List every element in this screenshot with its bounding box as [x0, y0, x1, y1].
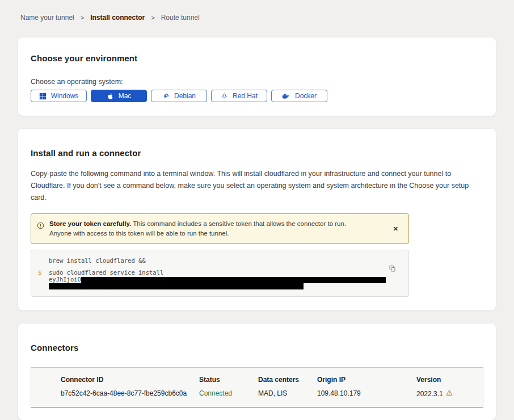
terminal-line-2: sudo cloudflared service install — [49, 268, 402, 276]
token-warning-title: Store your token carefully. — [49, 220, 131, 227]
os-button-redhat[interactable]: Red Hat — [211, 90, 267, 102]
breadcrumb: Name your tunnel > Install connector > R… — [0, 0, 514, 22]
cell-origin-ip: 109.48.10.179 — [317, 389, 416, 398]
alert-circle-icon — [37, 221, 44, 232]
banner-close-icon[interactable]: ✕ — [390, 224, 402, 234]
prompt-spacer — [38, 257, 49, 264]
breadcrumb-separator: > — [151, 14, 154, 21]
os-button-windows[interactable]: Windows — [31, 90, 87, 102]
header-data-centers: Data centers — [258, 376, 317, 384]
header-status: Status — [199, 376, 258, 384]
windows-logo-icon — [39, 93, 47, 100]
header-origin-ip: Origin IP — [317, 376, 416, 384]
os-button-group: Windows Mac Debian Red Hat — [31, 90, 483, 102]
install-connector-description: Copy-paste the following command into a … — [31, 168, 482, 204]
connectors-table-header: Connector ID Status Data centers Origin … — [61, 376, 477, 384]
cell-connector-id: b7c52c42-6caa-48ee-8c77-fbe259cb6c0a — [61, 389, 199, 398]
connectors-title: Connectors — [31, 343, 483, 352]
connectors-table: Connector ID Status Data centers Origin … — [31, 367, 483, 408]
breadcrumb-step-install-connector[interactable]: Install connector — [90, 14, 145, 22]
breadcrumb-step-name-tunnel[interactable]: Name your tunnel — [20, 14, 74, 22]
terminal-prompt: $ — [38, 268, 49, 289]
os-button-label: Red Hat — [233, 92, 258, 100]
connectors-card: Connectors Connector ID Status Data cent… — [18, 324, 496, 420]
os-button-debian[interactable]: Debian — [151, 90, 207, 102]
environment-card: Choose your environment Choose an operat… — [18, 37, 496, 116]
os-button-label: Debian — [174, 92, 196, 100]
version-value: 2022.3.1 — [416, 390, 443, 398]
os-select-label: Choose an operating system: — [31, 78, 483, 86]
os-button-label: Docker — [295, 92, 317, 100]
token-warning-banner: Store your token carefully. This command… — [31, 213, 409, 244]
header-connector-id: Connector ID — [61, 376, 199, 384]
install-connector-card: Install and run a connector Copy-paste t… — [18, 129, 496, 310]
token-warning-text: Store your token carefully. This command… — [49, 219, 367, 238]
header-version: Version — [416, 376, 477, 384]
connector-table-row: b7c52c42-6caa-48ee-8c77-fbe259cb6c0a Con… — [61, 389, 477, 398]
breadcrumb-step-route-tunnel[interactable]: Route tunnel — [161, 14, 200, 22]
environment-card-title: Choose your environment — [31, 53, 483, 63]
os-button-docker[interactable]: Docker — [271, 90, 327, 102]
os-button-label: Mac — [119, 92, 132, 100]
install-connector-title: Install and run a connector — [31, 148, 483, 158]
status-badge: Connected — [199, 389, 258, 398]
docker-logo-icon — [282, 93, 290, 99]
copy-icon[interactable] — [387, 264, 397, 275]
redhat-logo-icon — [221, 93, 228, 100]
terminal-line-1: brew install cloudflared && — [49, 257, 146, 264]
cell-data-centers: MAD, LIS — [258, 389, 317, 398]
debian-logo-icon — [162, 93, 170, 100]
redacted-token-bar — [81, 277, 386, 283]
apple-logo-icon — [107, 93, 114, 100]
redacted-token-bar — [49, 283, 304, 289]
terminal-command-block: brew install cloudflared && $ sudo cloud… — [31, 250, 409, 297]
breadcrumb-separator: > — [81, 14, 84, 21]
token-prefix: eyJhIjoiO — [49, 275, 81, 283]
cell-version: 2022.3.1 — [416, 389, 477, 398]
os-button-label: Windows — [51, 92, 79, 100]
os-button-mac[interactable]: Mac — [91, 90, 147, 102]
warning-triangle-icon — [446, 389, 453, 398]
